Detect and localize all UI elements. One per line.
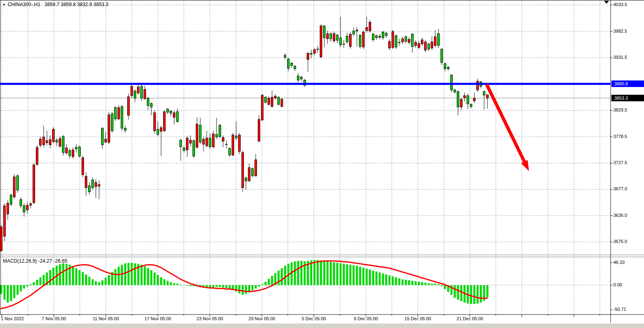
candle-body bbox=[59, 138, 61, 146]
macd-histogram-bar bbox=[477, 285, 479, 303]
candle-body bbox=[363, 32, 365, 47]
candle-body bbox=[193, 141, 195, 156]
candle-body bbox=[245, 178, 247, 181]
candle-body bbox=[27, 205, 29, 210]
macd-histogram-bar bbox=[245, 285, 247, 294]
macd-histogram-bar bbox=[457, 285, 459, 300]
time-axis-label: 1 Nov 2022 bbox=[1, 316, 35, 321]
candle-body bbox=[271, 97, 273, 107]
candle-body bbox=[170, 111, 172, 113]
candle-body bbox=[451, 75, 453, 90]
macd-histogram-bar bbox=[405, 280, 407, 285]
macd-histogram-bar bbox=[27, 285, 29, 287]
candle-body bbox=[137, 87, 139, 93]
candle-body bbox=[317, 49, 319, 49]
price-axis-label: 3778.5 bbox=[613, 134, 627, 139]
candle-body bbox=[389, 41, 391, 48]
chart-shift-marker-icon[interactable] bbox=[604, 1, 609, 4]
candle-body bbox=[105, 139, 107, 142]
candle-body bbox=[385, 33, 387, 36]
macd-histogram-bar bbox=[323, 261, 325, 285]
candle-body bbox=[431, 42, 433, 48]
macd-histogram-bar bbox=[144, 266, 146, 285]
candle-body bbox=[239, 135, 241, 152]
macd-histogram-bar bbox=[108, 275, 110, 285]
macd-histogram-bar bbox=[402, 279, 404, 285]
macd-histogram-bar bbox=[353, 265, 355, 285]
macd-histogram-bar bbox=[474, 285, 476, 304]
candle-body bbox=[284, 55, 286, 57]
candle-body bbox=[121, 107, 123, 128]
candle-body bbox=[147, 98, 149, 105]
candle-body bbox=[226, 144, 228, 145]
macd-histogram-bar bbox=[105, 278, 107, 285]
macd-histogram-bar bbox=[167, 281, 169, 285]
candle-body bbox=[131, 86, 133, 96]
candle-body bbox=[229, 148, 231, 155]
macd-histogram-bar bbox=[157, 275, 159, 285]
candle-body bbox=[98, 185, 100, 186]
price-chart-canvas[interactable] bbox=[0, 0, 644, 328]
macd-axis-label: 0.00 bbox=[613, 282, 622, 287]
trend-arrow-shaft[interactable] bbox=[487, 84, 525, 164]
macd-histogram-bar bbox=[385, 274, 387, 285]
price-axis-label: 3575.0 bbox=[613, 239, 627, 244]
candle-body bbox=[382, 32, 384, 38]
candle-body bbox=[190, 140, 192, 143]
macd-histogram-bar bbox=[415, 281, 417, 285]
candle-body bbox=[460, 99, 463, 107]
macd-histogram-bar bbox=[180, 285, 182, 285]
macd-histogram-bar bbox=[92, 279, 94, 285]
candle-body bbox=[196, 124, 198, 147]
candle-body bbox=[209, 138, 211, 147]
ohlc-values: 3859.7 3859.8 3832.9 3853.3 bbox=[44, 2, 108, 7]
candle-body bbox=[255, 160, 257, 176]
candle-body bbox=[470, 105, 472, 107]
candle-body bbox=[265, 97, 267, 103]
candle-body bbox=[232, 135, 234, 155]
candle-body bbox=[134, 91, 136, 98]
resistance-hline[interactable] bbox=[0, 83, 611, 85]
price-axis-label: 3677.0 bbox=[613, 186, 627, 191]
trend-arrow-head[interactable] bbox=[521, 160, 529, 171]
macd-histogram-bar bbox=[454, 285, 456, 298]
window-bottom-strip bbox=[0, 324, 644, 328]
macd-signal-line bbox=[1, 261, 487, 308]
macd-histogram-bar bbox=[124, 263, 126, 285]
macd-histogram-bar bbox=[177, 283, 179, 285]
macd-histogram-bar bbox=[239, 285, 241, 293]
candle-body bbox=[327, 33, 329, 39]
macd-histogram-bar bbox=[216, 285, 218, 287]
candle-body bbox=[434, 37, 436, 46]
macd-histogram-bar bbox=[343, 264, 345, 285]
candle-body bbox=[160, 128, 162, 132]
symbol-dropdown-icon[interactable]: ▼ bbox=[2, 3, 6, 7]
candle-body bbox=[62, 136, 64, 152]
macd-histogram-bar bbox=[95, 281, 97, 285]
macd-histogram-bar bbox=[392, 277, 394, 285]
candle-body bbox=[128, 97, 130, 116]
macd-histogram-bar bbox=[82, 272, 84, 285]
macd-histogram-bar bbox=[190, 285, 192, 286]
candle-body bbox=[274, 96, 277, 98]
candle-body bbox=[340, 38, 342, 45]
macd-histogram-bar bbox=[398, 278, 401, 285]
candle-body bbox=[350, 34, 352, 47]
macd-histogram-bar bbox=[317, 260, 319, 285]
macd-histogram-bar bbox=[271, 276, 273, 285]
candle-body bbox=[7, 203, 9, 214]
candle-body bbox=[353, 31, 355, 34]
macd-histogram-bar bbox=[150, 270, 153, 285]
candle-body bbox=[150, 103, 153, 107]
candle-body bbox=[297, 76, 299, 80]
candle-body bbox=[118, 107, 120, 119]
candle-body bbox=[167, 109, 169, 112]
candle-body bbox=[408, 39, 410, 42]
macd-histogram-bar bbox=[36, 280, 38, 285]
macd-histogram-bar bbox=[395, 277, 397, 285]
candle-body bbox=[79, 147, 81, 156]
macd-axis-label: 46.33 bbox=[613, 260, 625, 265]
candle-body bbox=[261, 95, 263, 120]
candle-body bbox=[477, 81, 479, 90]
time-axis-label: 23 Nov 05:00 bbox=[193, 316, 227, 321]
